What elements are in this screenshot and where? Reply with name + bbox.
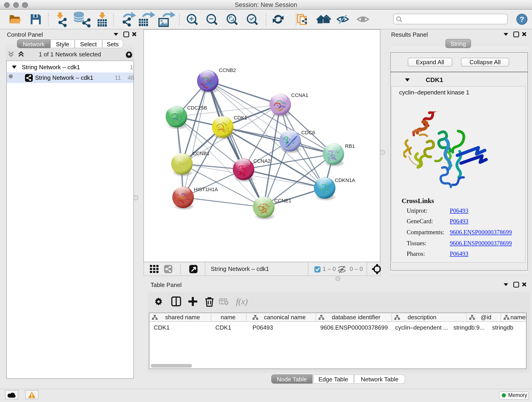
svg-text:P06493: P06493 bbox=[252, 324, 273, 331]
svg-text:canonical name: canonical name bbox=[264, 314, 305, 321]
svg-text:stringdb:9...: stringdb:9... bbox=[453, 324, 484, 331]
svg-text:CCNA2: CCNA2 bbox=[253, 158, 271, 164]
svg-text:CCNB2: CCNB2 bbox=[219, 67, 236, 73]
svg-text:name: name bbox=[220, 314, 235, 321]
svg-text:f(x): f(x) bbox=[236, 297, 248, 306]
svg-text:stringdb: stringdb bbox=[492, 324, 513, 331]
svg-text:9606.ENSP00000378699: 9606.ENSP00000378699 bbox=[320, 324, 388, 331]
svg-text:CDKN1A: CDKN1A bbox=[335, 177, 355, 183]
svg-text:CDC25B: CDC25B bbox=[187, 105, 207, 110]
svg-text:shared name: shared name bbox=[165, 314, 200, 321]
svg-text:CDC6: CDC6 bbox=[301, 129, 315, 135]
svg-text:?: ? bbox=[520, 15, 524, 23]
svg-text:CDK1: CDK1 bbox=[234, 115, 247, 120]
svg-text:namespac: namespac bbox=[510, 314, 526, 321]
svg-text:CDK1: CDK1 bbox=[153, 324, 169, 331]
svg-text:CCNA1: CCNA1 bbox=[291, 92, 308, 98]
svg-text:CCNE1: CCNE1 bbox=[274, 198, 291, 203]
svg-text:database identifier: database identifier bbox=[331, 314, 380, 321]
svg-text:cyclin–dependent ...: cyclin–dependent ... bbox=[395, 324, 448, 331]
svg-text:HIST1H1A: HIST1H1A bbox=[194, 186, 218, 192]
svg-text:CDK1: CDK1 bbox=[215, 324, 231, 331]
svg-text:description: description bbox=[407, 314, 436, 321]
svg-text:RB1: RB1 bbox=[345, 143, 355, 149]
svg-text:CCNB1: CCNB1 bbox=[192, 150, 210, 156]
svg-text:@id: @id bbox=[481, 314, 491, 321]
